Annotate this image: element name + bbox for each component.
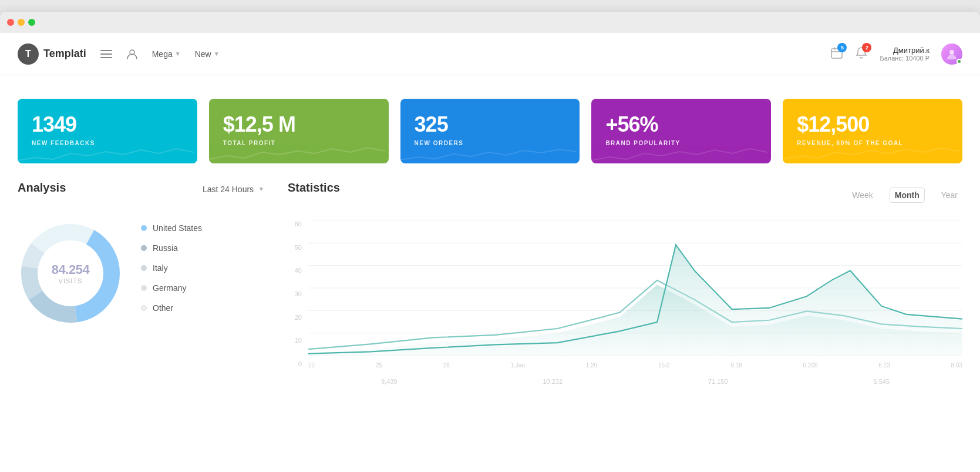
legend-dot-germany bbox=[141, 285, 147, 291]
bell-badge: 2 bbox=[862, 43, 871, 52]
user-name: Дмитрий.к bbox=[880, 46, 930, 55]
svg-rect-1 bbox=[100, 53, 112, 55]
stat-card-popularity: +56% BRAND POPULARITY bbox=[591, 99, 771, 163]
legend-label-germany: Germany bbox=[153, 283, 187, 293]
statistics-tabs: Week Month Year bbox=[847, 188, 962, 203]
stats-section: 1349 NEW FEEDBACKS $12,5 M TOTAL PROFIT … bbox=[0, 75, 980, 181]
mega-arrow-icon: ▼ bbox=[175, 51, 181, 57]
donut-chart: 84.254 VISITS bbox=[18, 220, 123, 326]
browser-window: T Templati bbox=[0, 12, 980, 472]
user-balance: Баланс: 10400 Р bbox=[880, 55, 930, 62]
legend-label-russia: Russia bbox=[153, 243, 178, 253]
stat-card-feedbacks: 1349 NEW FEEDBACKS bbox=[18, 99, 197, 163]
y-label-20: 20 bbox=[295, 314, 302, 321]
chart-svg-container bbox=[308, 220, 962, 356]
stat-value-popularity: +56% bbox=[605, 113, 757, 136]
stat-value-profit: $12,5 M bbox=[223, 113, 375, 136]
menu-toggle-button[interactable] bbox=[100, 48, 112, 60]
new-arrow-icon: ▼ bbox=[214, 51, 220, 57]
y-label-40: 40 bbox=[295, 267, 302, 274]
chart-legend: United States Russia Italy Germany bbox=[141, 223, 264, 323]
stat-card-revenue: $12,500 REVENUE, 60% OF THE GOAL bbox=[783, 99, 962, 163]
analysis-title: Analysis bbox=[18, 181, 66, 195]
x-label-10: 8.03 bbox=[951, 362, 962, 369]
new-menu-button[interactable]: New ▼ bbox=[195, 49, 220, 59]
x-label-4: 1.Jan bbox=[511, 362, 525, 369]
analysis-inner: 84.254 VISITS United States Russia bbox=[18, 220, 264, 326]
x-label-2: 25 bbox=[376, 362, 382, 369]
calendar-badge: 5 bbox=[837, 43, 847, 52]
filter-arrow-icon: ▼ bbox=[258, 186, 264, 192]
legend-dot-italy bbox=[141, 265, 147, 271]
statistics-section: Statistics Week Month Year bbox=[288, 181, 962, 385]
statistics-title: Statistics bbox=[288, 181, 340, 195]
tab-month[interactable]: Month bbox=[890, 188, 925, 203]
x-label-7: 9.18 bbox=[730, 362, 742, 369]
navbar-left: T Templati bbox=[18, 43, 220, 65]
stat-value-feedbacks: 1349 bbox=[32, 113, 183, 136]
x-label-3: 28 bbox=[443, 362, 450, 369]
svg-rect-2 bbox=[100, 57, 112, 58]
tab-year[interactable]: Year bbox=[937, 188, 962, 203]
legend-item-germany: Germany bbox=[141, 283, 264, 293]
bottom-val-4: 6,545 bbox=[874, 378, 890, 385]
navbar-right: 5 2 Дмитрий.к Баланс: 10400 Р bbox=[830, 43, 962, 65]
stat-value-orders: 325 bbox=[415, 113, 566, 136]
tab-week[interactable]: Week bbox=[847, 188, 878, 203]
bottom-val-2: 10,232 bbox=[543, 378, 563, 385]
user-info: Дмитрий.к Баланс: 10400 Р bbox=[880, 46, 930, 62]
legend-dot-other bbox=[141, 305, 147, 311]
legend-label-other: Other bbox=[153, 303, 173, 313]
bottom-val-1: 9,439 bbox=[381, 378, 398, 385]
chart-svg bbox=[308, 220, 962, 356]
statistics-chart: 60 50 40 30 20 10 0 bbox=[288, 220, 962, 385]
profile-icon-button[interactable] bbox=[126, 48, 138, 60]
close-dot[interactable] bbox=[7, 19, 14, 26]
x-axis-labels: 22 25 28 1.Jan 1.20 15.0 9.18 0.205 6.23… bbox=[308, 362, 962, 369]
navbar: T Templati bbox=[0, 33, 980, 75]
minimize-dot[interactable] bbox=[18, 19, 25, 26]
mega-menu-button[interactable]: Mega ▼ bbox=[152, 49, 181, 59]
calendar-button[interactable]: 5 bbox=[830, 46, 843, 62]
y-label-0: 0 bbox=[298, 360, 302, 367]
legend-dot-us bbox=[141, 225, 147, 231]
logo-icon: T bbox=[18, 43, 39, 65]
bottom-val-3: 71,150 bbox=[708, 378, 728, 385]
stat-value-revenue: $12,500 bbox=[797, 113, 948, 136]
y-label-30: 30 bbox=[295, 290, 302, 297]
statistics-header: Statistics Week Month Year bbox=[288, 181, 962, 209]
online-indicator bbox=[957, 59, 962, 64]
donut-center: 84.254 VISITS bbox=[52, 262, 89, 284]
logo-name: Templati bbox=[43, 48, 86, 60]
donut-sublabel: VISITS bbox=[52, 277, 89, 284]
filter-dropdown-button[interactable]: Last 24 Hours ▼ bbox=[203, 185, 264, 194]
stat-card-profit: $12,5 M TOTAL PROFIT bbox=[209, 99, 389, 163]
logo: T Templati bbox=[18, 43, 86, 65]
filter-row: Last 24 Hours ▼ bbox=[203, 185, 264, 194]
app-container: T Templati bbox=[0, 33, 980, 472]
x-label-6: 15.0 bbox=[658, 362, 669, 369]
avatar[interactable] bbox=[941, 43, 962, 65]
y-label-50: 50 bbox=[295, 244, 302, 251]
legend-label-us: United States bbox=[153, 223, 202, 233]
bell-button[interactable]: 2 bbox=[855, 46, 868, 62]
y-label-60: 60 bbox=[295, 220, 302, 227]
y-label-10: 10 bbox=[295, 337, 302, 344]
svg-point-5 bbox=[949, 50, 954, 55]
legend-item-us: United States bbox=[141, 223, 264, 233]
x-label-1: 22 bbox=[308, 362, 315, 369]
legend-item-russia: Russia bbox=[141, 243, 264, 253]
svg-marker-19 bbox=[308, 246, 962, 356]
x-label-8: 0.205 bbox=[803, 362, 818, 369]
legend-item-italy: Italy bbox=[141, 263, 264, 273]
analysis-section: Analysis Last 24 Hours ▼ bbox=[18, 181, 264, 385]
x-label-9: 6.23 bbox=[878, 362, 890, 369]
chart-bottom-values: 9,439 10,232 71,150 6,545 bbox=[308, 378, 962, 385]
browser-bar bbox=[0, 12, 980, 33]
main-content: Analysis Last 24 Hours ▼ bbox=[0, 181, 980, 403]
legend-label-italy: Italy bbox=[153, 263, 168, 273]
y-axis: 60 50 40 30 20 10 0 bbox=[288, 220, 305, 367]
svg-rect-0 bbox=[100, 50, 112, 51]
x-label-5: 1.20 bbox=[586, 362, 597, 369]
maximize-dot[interactable] bbox=[28, 19, 35, 26]
